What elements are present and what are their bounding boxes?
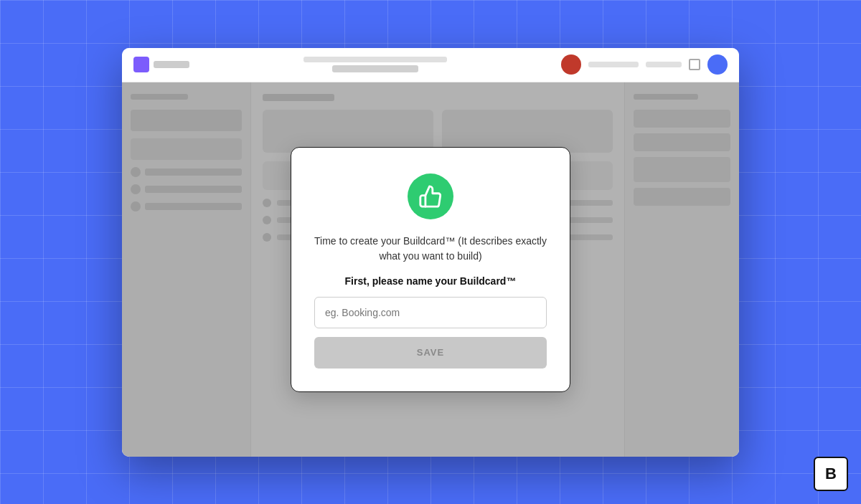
save-button[interactable]: SAVE	[314, 337, 547, 369]
logo-icon	[133, 57, 149, 72]
buildcard-name-input[interactable]	[314, 297, 547, 328]
header-bar	[122, 48, 739, 82]
modal-description: Time to create your Buildcard™ (It descr…	[314, 234, 547, 264]
user-avatar-icon	[561, 54, 581, 75]
app-window: Time to create your Buildcard™ (It descr…	[122, 48, 739, 457]
thumbs-up-svg	[418, 184, 443, 209]
thumbs-up-icon	[408, 173, 453, 219]
buildcard-badge-letter: B	[825, 465, 837, 483]
buildcard-name-modal: Time to create your Buildcard™ (It descr…	[291, 147, 570, 392]
content-area: Time to create your Buildcard™ (It descr…	[122, 82, 739, 457]
user-role	[646, 62, 682, 67]
modal-label: First, please name your Buildcard™	[345, 275, 517, 287]
logo-text	[154, 61, 189, 68]
breadcrumb	[304, 57, 447, 62]
buildcard-badge: B	[814, 457, 848, 491]
header-right	[561, 54, 728, 75]
edit-icon[interactable]	[689, 59, 700, 70]
user-name	[588, 62, 639, 67]
header-center	[189, 57, 561, 72]
project-title	[332, 65, 418, 72]
logo-area	[133, 57, 189, 72]
user-circle-icon[interactable]	[707, 54, 728, 75]
modal-overlay: Time to create your Buildcard™ (It descr…	[122, 82, 739, 457]
